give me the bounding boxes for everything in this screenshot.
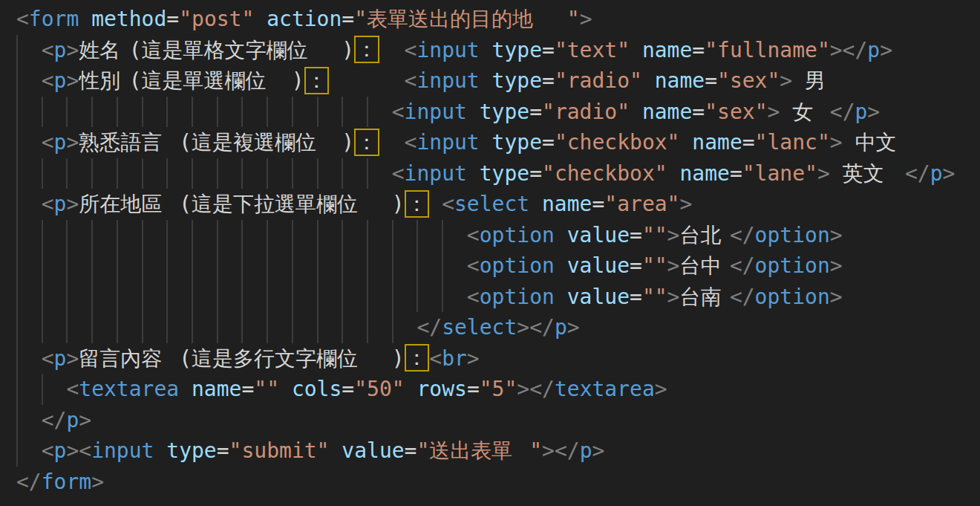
code-token [792, 68, 805, 93]
code-token: > [867, 100, 880, 124]
unicode-highlight-box: ： [354, 36, 379, 63]
code-token [480, 68, 492, 93]
code-token: input [405, 100, 467, 124]
code-token: ( [179, 192, 192, 216]
code-token: 送出表單 [429, 435, 529, 467]
code-token: name [642, 100, 692, 124]
code-token: ></ [830, 38, 868, 62]
code-line: <p>所在地區(這是下拉選單欄位)： <select name="area"> [16, 189, 980, 220]
code-token: ) [342, 38, 354, 62]
code-line: <option value="">台北</option> [16, 220, 980, 251]
code-token: 這是複選欄位 [192, 127, 342, 158]
code-token: 英文 [843, 158, 892, 189]
code-token: 台北 [679, 220, 729, 251]
code-token: name [542, 192, 592, 216]
code-token: 這是單選欄位 [142, 65, 292, 97]
code-token: br [442, 346, 467, 371]
code-token: option [480, 253, 555, 278]
indent-guides [16, 282, 467, 313]
code-token: input [416, 130, 479, 155]
code-token: </ [416, 315, 442, 340]
code-token: "" [642, 253, 667, 278]
indent-guides [16, 435, 42, 467]
code-line: <p>留言內容(這是多行文字欄位)：<br> [16, 343, 980, 374]
code-token: < [405, 130, 417, 155]
code-token: "checkbox" [555, 130, 680, 155]
code-token [467, 161, 480, 186]
code-token: "fullname" [705, 38, 830, 62]
code-token: </ [905, 161, 930, 186]
code-line: <p>熟悉語言(這是複選欄位)： <input type="checkbox" … [16, 127, 980, 158]
code-token: option [755, 285, 830, 309]
code-token: > [830, 253, 843, 278]
code-token: form [42, 470, 91, 494]
code-line: </select></p> [16, 312, 980, 343]
code-token: = [692, 100, 705, 124]
code-token: input [416, 38, 479, 62]
code-token: < [467, 253, 480, 278]
code-text: <input type="radio" name="sex"> 女 </p> [392, 97, 881, 128]
code-token: < [429, 346, 442, 371]
code-token [154, 438, 166, 463]
code-token: = [630, 285, 642, 309]
code-token: = [405, 438, 417, 463]
code-token [555, 223, 567, 247]
code-token: > [655, 377, 667, 401]
code-token: 這是多行文字欄位 [192, 343, 392, 374]
code-token: "radio" [542, 100, 630, 124]
code-token: < [42, 438, 54, 463]
code-token: 性別 [79, 65, 128, 97]
code-token: p [54, 68, 67, 93]
code-token: ) [292, 68, 304, 93]
code-line: <textarea name="" cols="50" rows="5"></t… [16, 374, 980, 405]
code-token: > [592, 438, 604, 463]
indent-guides [16, 65, 42, 97]
code-token: ></ [542, 438, 580, 463]
code-token: > [66, 130, 79, 155]
code-token: < [405, 68, 417, 93]
code-token: value [567, 285, 630, 309]
code-token: > [91, 470, 104, 494]
code-token: "lanc" [755, 130, 830, 155]
code-token: name [692, 130, 742, 155]
code-token: > [830, 285, 843, 309]
code-token: ( [179, 130, 192, 155]
code-token: ) [392, 192, 405, 216]
code-token: input [405, 161, 467, 186]
code-token: < [42, 192, 54, 216]
code-token [817, 100, 830, 124]
code-token: = [166, 7, 179, 31]
code-token: = [529, 100, 542, 124]
code-token [830, 161, 843, 186]
code-token: p [54, 346, 67, 371]
code-token: 這是下拉選單欄位 [192, 189, 392, 220]
code-token: "text" [555, 38, 630, 62]
code-token: p [580, 438, 592, 463]
code-token: "radio" [555, 68, 642, 93]
code-token: 所在地區 [79, 189, 179, 220]
code-text: <input type="checkbox" name="lane"> 英文 <… [392, 158, 956, 189]
code-editor[interactable]: <form method="post" action="表單送出的目的地"><p… [0, 0, 980, 506]
code-token: > [66, 192, 79, 216]
code-token: > [79, 408, 91, 432]
code-token [254, 7, 267, 31]
code-token: "sex" [705, 100, 767, 124]
code-token: 熟悉語言 [79, 127, 179, 158]
code-text: <option value="">台北</option> [467, 220, 843, 251]
code-token: > [667, 223, 680, 247]
code-token [667, 161, 680, 186]
indent-guides [16, 127, 42, 158]
code-token [279, 377, 292, 401]
code-token: = [217, 438, 229, 463]
code-token [379, 130, 405, 155]
code-token: value [567, 223, 630, 247]
code-token: ( [179, 346, 192, 371]
code-token: name [642, 38, 692, 62]
indent-guides [16, 158, 392, 189]
code-token: = [542, 38, 555, 62]
code-token: p [66, 408, 79, 432]
code-token: > [943, 161, 956, 186]
code-token: p [54, 192, 67, 216]
code-token: ( [129, 68, 142, 93]
code-token: < [42, 346, 54, 371]
